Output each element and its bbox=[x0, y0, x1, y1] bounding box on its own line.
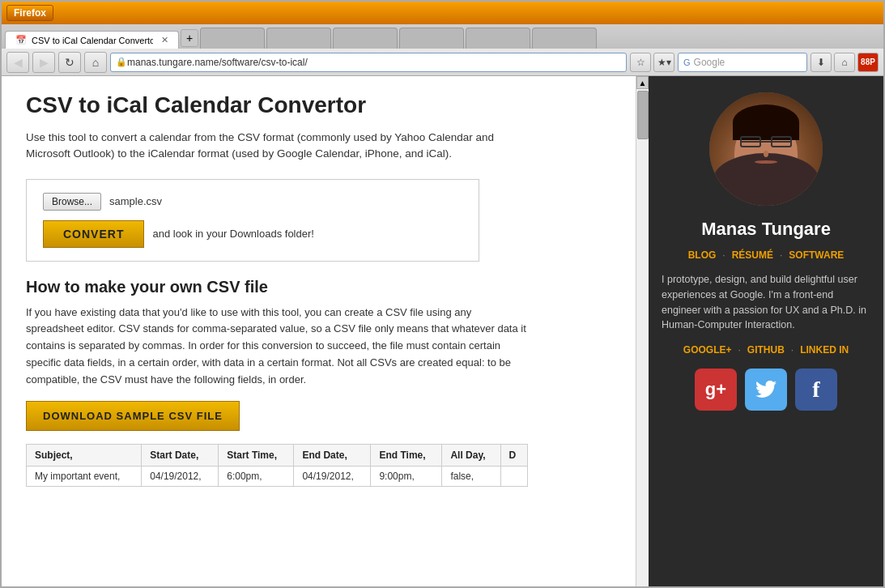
address-bar[interactable]: 🔒 manas.tungare.name/software/csv-to-ica… bbox=[110, 53, 627, 72]
googleplus-link[interactable]: GOOGLE+ bbox=[683, 344, 732, 356]
col-d: D bbox=[500, 445, 527, 467]
scrollbar[interactable]: ▲ bbox=[636, 76, 649, 586]
file-input-row: Browse... sample.csv bbox=[43, 193, 462, 211]
github-link[interactable]: GITHUB bbox=[747, 344, 785, 356]
cell-start-date: 04/19/2012, bbox=[142, 467, 219, 487]
filename-display: sample.csv bbox=[109, 195, 162, 207]
how-to-text: If you have existing data that you'd lik… bbox=[26, 305, 528, 389]
resume-link[interactable]: RÉSUMÉ bbox=[732, 249, 773, 261]
reload-button[interactable]: ↻ bbox=[58, 52, 81, 73]
twitter-icon-button[interactable] bbox=[745, 369, 787, 411]
cell-start-time: 6:00pm, bbox=[219, 467, 294, 487]
bookmark-list-button[interactable]: ★▾ bbox=[653, 53, 674, 72]
new-tab-button[interactable]: + bbox=[181, 29, 198, 47]
scroll-thumb[interactable] bbox=[637, 91, 649, 139]
other-tab-3[interactable] bbox=[333, 28, 398, 49]
convert-button[interactable]: CONVERT bbox=[43, 220, 144, 248]
nav-extra-buttons: ☆ ★▾ bbox=[630, 53, 674, 72]
home-button[interactable]: ⌂ bbox=[84, 52, 107, 73]
address-text: manas.tungare.name/software/csv-to-ical/ bbox=[127, 57, 308, 68]
person-nav-links: BLOG · RÉSUMÉ · SOFTWARE bbox=[688, 249, 845, 261]
active-tab[interactable]: 📅 CSV to iCal Calendar Convertor • Manas… bbox=[5, 31, 179, 49]
other-tabs bbox=[200, 28, 880, 49]
other-tab-6[interactable] bbox=[532, 28, 597, 49]
col-end-time: End Time, bbox=[371, 445, 442, 467]
avatar-container bbox=[709, 92, 823, 206]
dot-sep-2: · bbox=[780, 249, 782, 261]
other-tab-4[interactable] bbox=[399, 28, 464, 49]
search-placeholder: Google bbox=[694, 57, 725, 68]
col-start-time: Start Time, bbox=[219, 445, 294, 467]
cell-all-day: false, bbox=[442, 467, 500, 487]
linkedin-link[interactable]: LINKED IN bbox=[800, 344, 849, 356]
title-bar: Firefox bbox=[2, 2, 883, 24]
forward-button[interactable]: ▶ bbox=[32, 52, 55, 73]
other-tab-1[interactable] bbox=[200, 28, 265, 49]
tab-favicon: 📅 bbox=[15, 35, 27, 45]
dot-sep-4: · bbox=[791, 344, 794, 356]
nav-right-buttons: ⬇ ⌂ 88P bbox=[811, 53, 879, 72]
dot-sep-3: · bbox=[738, 344, 741, 356]
page-title: CSV to iCal Calendar Convertor bbox=[26, 92, 611, 118]
browser-window: Firefox 📅 CSV to iCal Calendar Convertor… bbox=[0, 0, 885, 588]
convert-row: CONVERT and look in your Downloads folde… bbox=[43, 220, 462, 248]
content-area: CSV to iCal Calendar Convertor Use this … bbox=[2, 76, 883, 586]
person-bio: I prototype, design, and build delightfu… bbox=[662, 272, 870, 333]
col-start-date: Start Date, bbox=[142, 445, 219, 467]
social-icons-row: g+ f bbox=[695, 369, 837, 411]
cell-d bbox=[500, 467, 527, 487]
cell-end-time: 9:00pm, bbox=[371, 467, 442, 487]
tab-close-button[interactable]: ✕ bbox=[161, 35, 168, 45]
downloads-button[interactable]: ⬇ bbox=[811, 53, 832, 72]
upload-box: Browse... sample.csv CONVERT and look in… bbox=[26, 179, 479, 262]
dot-sep-1: · bbox=[722, 249, 725, 261]
download-sample-button[interactable]: DOWNLOAD SAMPLE CSV FILE bbox=[26, 401, 240, 431]
tab-bar: 📅 CSV to iCal Calendar Convertor • Manas… bbox=[2, 24, 883, 49]
security-icon: 🔒 bbox=[116, 57, 127, 67]
googleplus-icon-button[interactable]: g+ bbox=[695, 369, 737, 411]
page-description: Use this tool to convert a calendar from… bbox=[26, 130, 528, 163]
convert-hint: and look in your Downloads folder! bbox=[152, 228, 313, 240]
table-header-row: Subject, Start Date, Start Time, End Dat… bbox=[27, 445, 528, 467]
blog-link[interactable]: BLOG bbox=[688, 249, 717, 261]
col-all-day: All Day, bbox=[442, 445, 500, 467]
search-box[interactable]: G Google bbox=[678, 53, 807, 72]
main-content: CSV to iCal Calendar Convertor Use this … bbox=[2, 76, 636, 586]
nav-bar: ◀ ▶ ↻ ⌂ 🔒 manas.tungare.name/software/cs… bbox=[2, 49, 883, 76]
cell-subject: My important event, bbox=[27, 467, 142, 487]
avatar bbox=[709, 92, 823, 206]
browse-button[interactable]: Browse... bbox=[43, 193, 101, 211]
search-provider-icon: G bbox=[683, 58, 691, 67]
facebook-icon-button[interactable]: f bbox=[795, 369, 837, 411]
other-tab-5[interactable] bbox=[466, 28, 530, 49]
menu-button[interactable]: 88P bbox=[857, 53, 879, 72]
how-to-title: How to make your own CSV file bbox=[26, 278, 611, 296]
scroll-up-button[interactable]: ▲ bbox=[636, 76, 649, 89]
person-name: Manas Tungare bbox=[701, 219, 831, 240]
table-row: My important event, 04/19/2012, 6:00pm, … bbox=[27, 467, 528, 487]
col-subject: Subject, bbox=[27, 445, 142, 467]
col-end-date: End Date, bbox=[294, 445, 371, 467]
cell-end-date: 04/19/2012, bbox=[294, 467, 371, 487]
active-tab-title: CSV to iCal Calendar Convertor • Manas .… bbox=[32, 36, 153, 45]
home-nav-button[interactable]: ⌂ bbox=[834, 53, 855, 72]
csv-table: Subject, Start Date, Start Time, End Dat… bbox=[26, 444, 528, 487]
software-link[interactable]: SOFTWARE bbox=[789, 249, 844, 261]
sidebar: Manas Tungare BLOG · RÉSUMÉ · SOFTWARE I… bbox=[649, 76, 883, 586]
bookmark-button[interactable]: ☆ bbox=[630, 53, 651, 72]
back-button[interactable]: ◀ bbox=[6, 52, 29, 73]
firefox-menu-button[interactable]: Firefox bbox=[6, 5, 53, 21]
other-tab-2[interactable] bbox=[266, 28, 331, 49]
social-text-links: GOOGLE+ · GITHUB · LINKED IN bbox=[683, 344, 849, 356]
